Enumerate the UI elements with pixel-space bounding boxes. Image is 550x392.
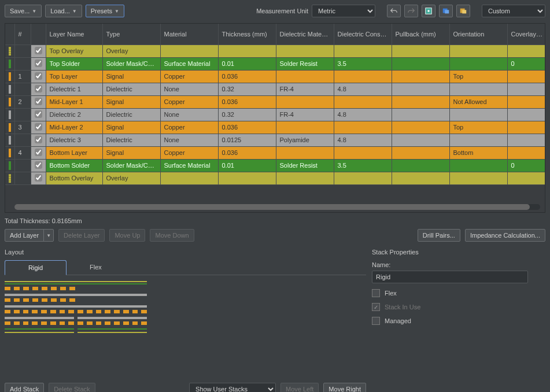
cell-layer-name[interactable]: Top Overlay [46, 45, 102, 57]
row-visible-checkbox[interactable] [31, 172, 46, 184]
cell-coverlay[interactable]: 0 [507, 57, 545, 70]
move-down-button[interactable]: Move Down [150, 229, 194, 242]
cell-dielectric-constant[interactable] [334, 172, 392, 184]
show-user-stacks-select[interactable]: Show User Stacks [189, 383, 276, 392]
cell-dielectric-constant[interactable]: 3.5 [334, 57, 392, 70]
cell-layer-name[interactable]: Bottom Overlay [46, 172, 102, 184]
cell-thickness[interactable]: 0.036 [218, 121, 276, 134]
cell-pullback[interactable] [392, 108, 449, 121]
cell-type[interactable]: Overlay [102, 172, 160, 184]
row-visible-checkbox[interactable] [31, 134, 46, 146]
measurement-unit-select[interactable]: Metric [312, 5, 375, 17]
cell-coverlay[interactable] [507, 95, 545, 108]
row-visible-checkbox[interactable] [31, 83, 46, 95]
cell-coverlay[interactable] [507, 83, 545, 95]
cell-orientation[interactable]: Top [449, 70, 507, 83]
row-visible-checkbox[interactable] [31, 121, 46, 134]
cell-material[interactable]: Copper [160, 121, 218, 134]
cell-material[interactable] [160, 45, 218, 57]
cell-material[interactable] [160, 172, 218, 184]
cell-material[interactable]: None [160, 134, 218, 146]
stack-visualization[interactable] [5, 281, 366, 356]
cell-material[interactable]: Surface Material [160, 57, 218, 70]
cell-coverlay[interactable] [507, 134, 545, 146]
row-visible-checkbox[interactable] [31, 57, 46, 70]
tool-icon-2[interactable] [439, 5, 453, 17]
cell-dielectric-material[interactable]: Solder Resist [276, 159, 334, 172]
cell-material[interactable]: Copper [160, 70, 218, 83]
cell-thickness[interactable]: 0.32 [218, 108, 276, 121]
cell-coverlay[interactable] [507, 70, 545, 83]
cell-dielectric-material[interactable]: FR-4 [276, 83, 334, 95]
cell-type[interactable]: Signal [102, 146, 160, 159]
tool-icon-1[interactable] [422, 5, 435, 17]
row-visible-checkbox[interactable] [31, 95, 46, 108]
cell-layer-name[interactable]: Dielectric 3 [46, 134, 102, 146]
cell-type[interactable]: Dielectric [102, 108, 160, 121]
cell-layer-name[interactable]: Top Solder [46, 57, 102, 70]
cell-type[interactable]: Dielectric [102, 83, 160, 95]
cell-type[interactable]: Signal [102, 70, 160, 83]
cell-pullback[interactable] [392, 134, 449, 146]
cell-material[interactable]: Copper [160, 95, 218, 108]
cell-thickness[interactable]: 0.036 [218, 146, 276, 159]
cell-dielectric-material[interactable]: Polyamide [276, 134, 334, 146]
cell-coverlay[interactable] [507, 172, 545, 184]
stack-name-input[interactable] [372, 271, 528, 283]
cell-pullback[interactable] [392, 70, 449, 83]
cell-thickness[interactable]: 0.0125 [218, 134, 276, 146]
row-visible-checkbox[interactable] [31, 70, 46, 83]
cell-type[interactable]: Dielectric [102, 134, 160, 146]
right-dropdown[interactable]: Custom [482, 5, 545, 17]
cell-dielectric-constant[interactable] [334, 45, 392, 57]
cell-dielectric-constant[interactable] [334, 95, 392, 108]
move-right-button[interactable]: Move Right [323, 383, 366, 392]
cell-type[interactable]: Signal [102, 121, 160, 134]
row-visible-checkbox[interactable] [31, 159, 46, 172]
flex-checkbox[interactable] [372, 289, 380, 297]
cell-orientation[interactable] [449, 108, 507, 121]
add-layer-caret[interactable]: ▼ [43, 229, 54, 242]
managed-checkbox[interactable] [372, 317, 380, 325]
cell-pullback[interactable] [392, 45, 449, 57]
cell-material[interactable]: None [160, 108, 218, 121]
col-dielectric-constant[interactable]: Dielectric Constant [334, 24, 392, 45]
cell-coverlay[interactable] [507, 108, 545, 121]
table-row[interactable]: Bottom SolderSolder Mask/Co...Surface Ma… [5, 159, 545, 172]
cell-layer-name[interactable]: Top Layer [46, 70, 102, 83]
cell-orientation[interactable]: Top [449, 121, 507, 134]
cell-dielectric-material[interactable]: FR-4 [276, 108, 334, 121]
cell-dielectric-material[interactable]: Solder Resist [276, 57, 334, 70]
tab-rigid[interactable]: Rigid [5, 260, 67, 275]
load-button[interactable]: Load...▼ [45, 5, 82, 17]
col-coverlay[interactable]: Coverlay Expansion [507, 24, 545, 45]
cell-dielectric-constant[interactable] [334, 146, 392, 159]
cell-dielectric-constant[interactable]: 4.8 [334, 108, 392, 121]
cell-material[interactable]: None [160, 83, 218, 95]
add-stack-button[interactable]: Add Stack [5, 383, 44, 392]
cell-coverlay[interactable]: 0 [507, 159, 545, 172]
cell-coverlay[interactable] [507, 146, 545, 159]
undo-icon[interactable] [387, 5, 401, 17]
cell-pullback[interactable] [392, 146, 449, 159]
cell-material[interactable]: Surface Material [160, 159, 218, 172]
cell-pullback[interactable] [392, 95, 449, 108]
table-row[interactable]: 2Mid-Layer 1SignalCopper0.036Not Allowed [5, 95, 545, 108]
col-pullback[interactable]: Pullback (mm) [392, 24, 449, 45]
row-visible-checkbox[interactable] [31, 45, 46, 57]
horizontal-scrollbar[interactable] [14, 204, 540, 210]
col-num[interactable]: # [14, 24, 31, 45]
table-row[interactable]: Dielectric 3DielectricNone0.0125Polyamid… [5, 134, 545, 146]
cell-layer-name[interactable]: Bottom Solder [46, 159, 102, 172]
cell-pullback[interactable] [392, 172, 449, 184]
table-row[interactable]: Top OverlayOverlay [5, 45, 545, 57]
table-row[interactable]: Dielectric 2DielectricNone0.32FR-44.8 [5, 108, 545, 121]
add-layer-splitbutton[interactable]: Add Layer ▼ [5, 229, 54, 242]
cell-dielectric-material[interactable] [276, 121, 334, 134]
col-check[interactable] [31, 24, 46, 45]
cell-layer-name[interactable]: Dielectric 2 [46, 108, 102, 121]
presets-button[interactable]: Presets▼ [86, 5, 124, 17]
cell-thickness[interactable] [218, 45, 276, 57]
cell-orientation[interactable]: Not Allowed [449, 95, 507, 108]
cell-coverlay[interactable] [507, 45, 545, 57]
